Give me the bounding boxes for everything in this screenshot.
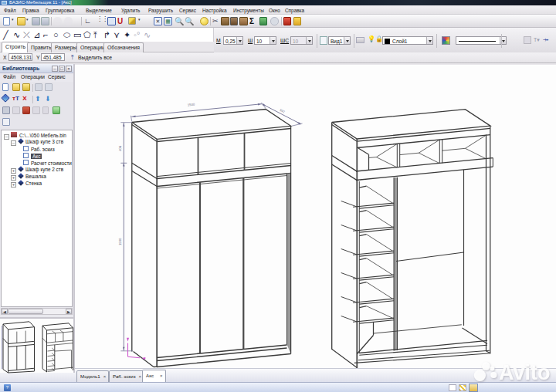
svg-text:Avito: Avito bbox=[499, 361, 551, 384]
svg-text:408: 408 bbox=[118, 145, 122, 151]
svg-text:1900: 1900 bbox=[118, 238, 122, 245]
svg-text:1500: 1500 bbox=[188, 103, 195, 107]
